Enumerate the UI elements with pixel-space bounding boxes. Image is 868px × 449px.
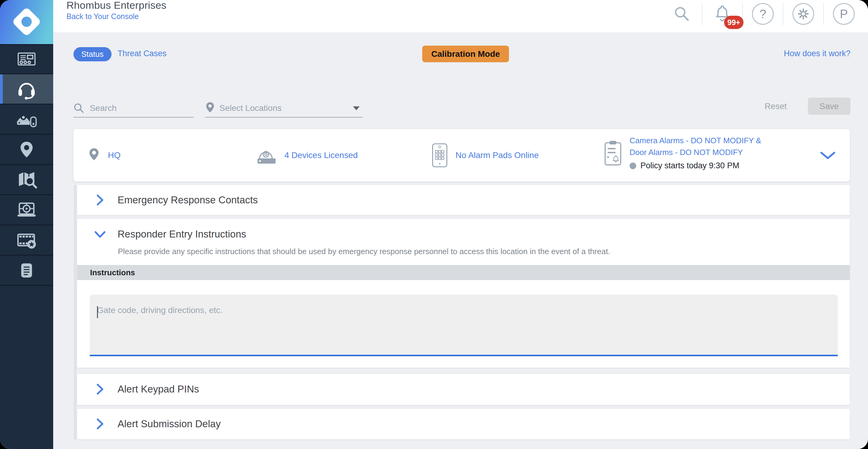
- search-input[interactable]: [89, 103, 180, 113]
- sidebar-item-clips[interactable]: [0, 225, 53, 256]
- locations-select-value: Select Locations: [219, 103, 349, 113]
- sidebar-item-support-headset[interactable]: [0, 74, 53, 104]
- how-does-it-work-link[interactable]: How does it work?: [784, 49, 850, 58]
- section-title: Responder Entry Instructions: [118, 228, 246, 240]
- search-icon: [73, 103, 84, 114]
- sidebar-item-map-search[interactable]: [0, 165, 53, 195]
- section-header[interactable]: Alert Keypad PINs: [77, 374, 850, 404]
- app-window: Rhombus Enterprises Back to Your Console…: [0, 0, 868, 449]
- top-header: Rhombus Enterprises Back to Your Console…: [53, 0, 868, 32]
- chevron-down-icon: [94, 228, 106, 240]
- sidebar-item-devices[interactable]: [0, 104, 53, 135]
- chevron-right-icon: [94, 418, 106, 430]
- policy-status-text: Policy starts today 9:30 PM: [641, 161, 739, 170]
- map-search-icon: [16, 169, 37, 191]
- header-actions: 99+ ? P: [662, 1, 864, 27]
- location-pin-icon: [205, 101, 215, 115]
- alarm-policy-link[interactable]: Camera Alarms - DO NOT MODIFY &: [629, 136, 761, 146]
- text-cursor: [97, 306, 98, 318]
- location-name-link[interactable]: HQ: [108, 151, 121, 160]
- alarm-pads-link[interactable]: No Alarm Pads Online: [456, 151, 538, 160]
- console-icon: [16, 49, 37, 70]
- section-responder-entry-instructions: Responder Entry Instructions Please prov…: [77, 219, 850, 368]
- help-icon: ?: [752, 3, 774, 25]
- location-summary-card: HQ 4 Devices Licensed: [73, 129, 850, 182]
- rhombus-logo-icon[interactable]: [0, 0, 53, 44]
- notifications-button[interactable]: 99+: [702, 4, 742, 24]
- section-alert-keypad-pins: Alert Keypad PINs: [77, 374, 850, 405]
- chevron-right-icon: [94, 194, 106, 206]
- camera-devices-icon: [16, 108, 37, 130]
- settings-button[interactable]: [783, 3, 823, 25]
- expand-location-button[interactable]: [820, 151, 836, 161]
- instructions-field-label: Instructions: [90, 268, 135, 277]
- sidebar-item-reports[interactable]: [0, 256, 53, 286]
- reset-button[interactable]: Reset: [763, 101, 788, 111]
- alarm-policy-clipboard-icon: [604, 140, 622, 166]
- instructions-textarea[interactable]: [90, 295, 838, 356]
- search-icon: [673, 5, 690, 22]
- film-star-icon: [16, 229, 37, 251]
- chevron-right-icon: [94, 383, 106, 395]
- video-wall-icon: [16, 199, 37, 221]
- chevron-down-icon: [820, 151, 836, 160]
- dropdown-caret-icon: [353, 106, 360, 110]
- sidebar-item-console[interactable]: [0, 44, 53, 74]
- section-description: Please provide any specific instructions…: [118, 247, 801, 256]
- main-content: Status Threat Cases Calibration Mode How…: [53, 32, 868, 449]
- policy-status-dot-icon: [629, 163, 636, 169]
- search-field[interactable]: [73, 99, 194, 118]
- accordion-left-rail: [74, 185, 76, 439]
- section-title: Emergency Response Contacts: [118, 194, 258, 206]
- section-header[interactable]: Responder Entry Instructions: [77, 219, 850, 249]
- tab-status[interactable]: Status: [73, 47, 112, 61]
- section-title: Alert Keypad PINs: [118, 383, 199, 395]
- gear-icon: [793, 3, 814, 25]
- section-title: Alert Submission Delay: [118, 418, 221, 430]
- location-pin-icon: [88, 146, 100, 164]
- devices-licensed-link[interactable]: 4 Devices Licensed: [284, 151, 358, 160]
- avatar: P: [833, 3, 855, 25]
- sidebar-item-locations[interactable]: [0, 135, 53, 165]
- locations-select[interactable]: Select Locations: [205, 99, 363, 118]
- alarm-policy-link[interactable]: Door Alarms - DO NOT MODIFY: [629, 148, 761, 157]
- back-to-console-link[interactable]: Back to Your Console: [66, 12, 139, 21]
- instructions-field-label-bar: Instructions: [77, 265, 850, 280]
- save-button[interactable]: Save: [808, 98, 850, 115]
- location-pin-icon: [17, 139, 37, 160]
- profile-button[interactable]: P: [824, 3, 864, 25]
- section-alert-submission-delay: Alert Submission Delay: [77, 409, 850, 439]
- page-title: Rhombus Enterprises: [66, 0, 166, 11]
- sidebar-nav: [0, 44, 53, 286]
- section-emergency-response-contacts: Emergency Response Contacts: [77, 185, 850, 215]
- section-header[interactable]: Emergency Response Contacts: [77, 185, 850, 215]
- dome-camera-icon: [256, 146, 277, 165]
- alarm-pad-icon: [432, 143, 447, 167]
- sidebar: [0, 0, 53, 449]
- calibration-mode-button[interactable]: Calibration Mode: [422, 45, 509, 62]
- notification-badge: 99+: [724, 16, 743, 29]
- tab-threat-cases[interactable]: Threat Cases: [118, 49, 166, 58]
- help-button[interactable]: ?: [743, 3, 783, 25]
- section-header[interactable]: Alert Submission Delay: [77, 409, 850, 439]
- report-document-icon: [17, 260, 37, 280]
- search-button[interactable]: [662, 5, 702, 22]
- headset-icon: [16, 78, 37, 100]
- sidebar-item-video-wall[interactable]: [0, 195, 53, 225]
